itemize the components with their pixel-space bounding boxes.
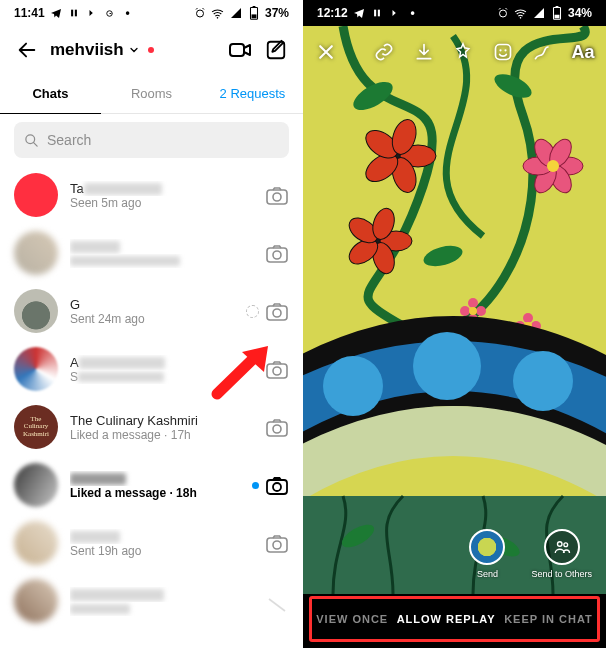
svg-point-72	[564, 543, 568, 547]
chat-subtitle: Liked a message · 18h	[70, 486, 240, 500]
notification-dot	[148, 47, 154, 53]
send-to-others-button[interactable]: Send to Others	[531, 529, 592, 579]
avatar[interactable]	[14, 521, 58, 565]
sending-indicator-icon	[246, 305, 259, 318]
chat-row[interactable]: G Sent 24m ago	[0, 282, 303, 340]
svg-point-28	[520, 17, 522, 19]
svg-point-18	[273, 367, 281, 375]
chat-row[interactable]: A S	[0, 340, 303, 398]
svg-rect-0	[71, 10, 73, 17]
svg-rect-19	[267, 422, 287, 436]
chat-name: G	[70, 297, 234, 312]
back-button[interactable]	[14, 37, 40, 63]
chat-name: A	[70, 355, 253, 370]
tab-chats[interactable]: Chats	[0, 74, 101, 113]
svg-point-16	[273, 309, 281, 317]
svg-point-70	[505, 49, 507, 51]
chat-row[interactable]	[0, 572, 303, 630]
story-media	[303, 26, 606, 594]
sticker-button[interactable]	[492, 41, 514, 63]
search-input[interactable]: Search	[14, 122, 289, 158]
status-time: 12:12	[317, 6, 348, 20]
draw-button[interactable]	[532, 41, 554, 63]
svg-rect-30	[556, 6, 559, 7]
compose-button[interactable]	[263, 37, 289, 63]
video-call-button[interactable]	[227, 37, 253, 63]
chat-name	[70, 529, 253, 544]
send-others-label: Send to Others	[531, 569, 592, 579]
tab-requests[interactable]: 2 Requests	[202, 74, 303, 113]
tab-rooms[interactable]: Rooms	[101, 74, 202, 113]
camera-icon[interactable]	[265, 183, 289, 207]
svg-point-59	[469, 307, 477, 315]
status-bar: 11:41 • 37%	[0, 0, 303, 26]
chat-list[interactable]: Ta Seen 5m ago G Sent 24m ago	[0, 166, 303, 630]
camera-icon[interactable]	[265, 241, 289, 265]
camera-icon[interactable]	[265, 299, 289, 323]
mode-allow-replay-label: ALLOW REPLAY	[397, 613, 496, 625]
svg-point-55	[460, 306, 470, 316]
avatar[interactable]	[14, 289, 58, 333]
pause-icon	[370, 6, 384, 20]
status-time: 11:41	[14, 6, 45, 20]
chevron-down-icon	[128, 44, 140, 56]
svg-rect-17	[267, 364, 287, 378]
svg-rect-11	[267, 190, 287, 204]
inbox-tabs: Chats Rooms 2 Requests	[0, 74, 303, 114]
svg-rect-6	[253, 6, 256, 7]
people-icon	[553, 538, 571, 556]
chat-row[interactable]: Ta Seen 5m ago	[0, 166, 303, 224]
text-button[interactable]: Aa	[572, 41, 594, 63]
camera-icon[interactable]	[265, 589, 289, 613]
avatar[interactable]	[14, 231, 58, 275]
mode-keep-in-chat[interactable]: KEEP IN CHAT	[504, 613, 593, 625]
send-button[interactable]: Send	[469, 529, 505, 579]
dm-inbox-screen: 11:41 • 37% mehviish	[0, 0, 303, 648]
story-top-toolbar: Aa	[303, 26, 606, 78]
signal-icon	[229, 6, 243, 20]
chat-subtitle: Sent 19h ago	[70, 544, 253, 558]
chat-subtitle: Liked a message · 17h	[70, 428, 253, 442]
avatar[interactable]: TheCulinaryKashmiri	[14, 405, 58, 449]
avatar[interactable]	[14, 579, 58, 623]
battery-icon	[247, 6, 261, 20]
telegram-icon	[49, 6, 63, 20]
svg-rect-68	[496, 45, 511, 60]
chat-subtitle: Seen 5m ago	[70, 196, 253, 210]
chat-row[interactable]: TheCulinaryKashmiri The Culinary Kashmir…	[0, 398, 303, 456]
story-canvas[interactable]: Aa Send Send to Others	[303, 26, 606, 594]
account-switcher[interactable]: mehviish	[50, 40, 154, 60]
camera-icon[interactable]	[265, 473, 289, 497]
chat-name	[70, 587, 253, 602]
story-send-bar: Send Send to Others	[303, 524, 606, 584]
avatar[interactable]	[14, 347, 58, 391]
text-button-label: Aa	[571, 42, 594, 63]
svg-point-12	[273, 193, 281, 201]
avatar[interactable]	[14, 463, 58, 507]
svg-point-56	[476, 306, 486, 316]
chat-subtitle	[70, 602, 253, 616]
mode-view-once[interactable]: VIEW ONCE	[316, 613, 388, 625]
chat-row[interactable]: Liked a message · 18h	[0, 456, 303, 514]
link-button[interactable]	[373, 41, 395, 63]
svg-point-71	[557, 542, 562, 547]
forward-icon	[388, 6, 402, 20]
mode-allow-replay[interactable]: ALLOW REPLAY	[397, 613, 496, 625]
svg-rect-23	[267, 538, 287, 552]
send-label: Send	[477, 569, 498, 579]
svg-rect-7	[252, 14, 257, 18]
username-label: mehviish	[50, 40, 124, 60]
effects-button[interactable]	[452, 41, 474, 63]
chat-row[interactable]: Sent 19h ago	[0, 514, 303, 572]
chat-row[interactable]	[0, 224, 303, 282]
telegram-icon	[352, 6, 366, 20]
save-button[interactable]	[413, 41, 435, 63]
camera-icon[interactable]	[265, 415, 289, 439]
svg-point-27	[499, 10, 506, 17]
avatar[interactable]	[14, 173, 58, 217]
camera-icon[interactable]	[265, 531, 289, 555]
camera-icon[interactable]	[265, 357, 289, 381]
close-button[interactable]	[315, 41, 337, 63]
tab-chats-label: Chats	[32, 86, 68, 101]
replay-modes-bar: VIEW ONCE ALLOW REPLAY KEEP IN CHAT	[309, 596, 600, 642]
